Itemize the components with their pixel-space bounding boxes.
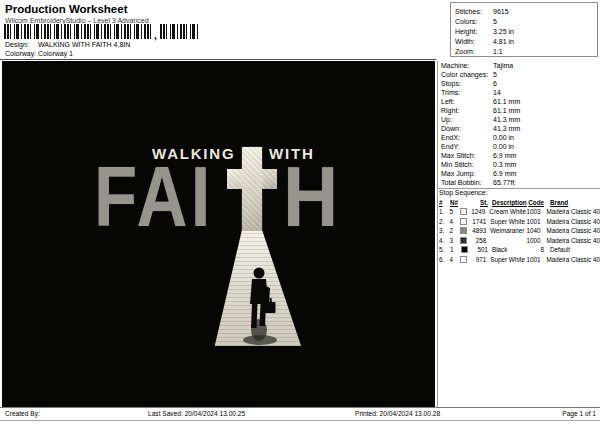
machine-info-row: Color changes: 5 [441,70,599,79]
page-title: Production Worksheet [5,3,127,15]
header-separator [0,59,436,60]
machine-info-label: Min Stitch: [441,161,493,168]
row-code: 1001 [525,256,540,263]
row-brand: Madeira Classic 40 [543,218,600,225]
stats-value: 1:1 [493,48,503,55]
production-worksheet-page: Production Worksheet Wilcom EmbroiderySt… [0,0,600,424]
machine-info-row: Total Bobbin: 65.77ft [441,178,599,187]
row-needle: 4 [450,256,461,263]
machine-info-row: Down: 41.3 mm [441,124,599,133]
machine-info-label: Up: [441,116,493,123]
machine-info-label: Machine: [441,62,493,69]
machine-info-label: Color changes: [441,71,493,78]
boy-silhouette-icon [239,266,281,348]
stats-row: Zoom: 1:1 [455,46,597,56]
machine-info-label: Trims: [441,89,493,96]
col-header-num: # [439,199,450,206]
colorway-value: Colorway 1 [38,50,73,57]
thread-swatch-cell [460,256,470,263]
design-barcode: , [4,24,198,39]
machine-info-label: Max Jump: [441,170,493,177]
design-preview-canvas: WALKING WITH FAI H [2,61,435,407]
machine-info-value: 5 [493,71,497,78]
row-num: 1. [439,208,449,215]
page-number: Page 1 of 1 [520,410,596,417]
machine-info-label: Max Stitch: [441,152,493,159]
row-brand: Madeira Classic 40 [543,237,600,244]
thread-swatch-cell [460,218,470,225]
row-brand: Madeira Classic 40 [543,256,600,263]
cross-icon [242,147,262,233]
thread-color-swatch [460,237,467,244]
row-needle: 1 [450,246,461,253]
row-needle: 5 [449,208,459,215]
faith-letters-fai: FAI [94,153,214,239]
machine-info-value: 6 [493,80,497,87]
machine-info-label: Down: [441,125,493,132]
stats-label: Stitches: [455,8,493,15]
stop-sequence-row: 1. 5 1249 Cream White 1003 Madeira Class… [439,207,600,217]
machine-info-value: 0.00 in [493,143,514,150]
machine-info-value: 6.9 mm [493,152,516,159]
row-description: Super White [490,218,525,225]
row-brand: Madeira Classic 40 [543,208,600,215]
row-brand: Default [547,246,600,253]
thread-swatch-cell [460,227,470,234]
thread-color-swatch [460,227,467,234]
row-stitches: 1741 [470,218,486,225]
row-code: 1000 [525,237,540,244]
colorway-label: Colorway: [5,50,38,57]
col-header-code: Code [528,199,544,206]
printed-text: Printed: 20/04/2024 13.00.28 [355,410,440,417]
barcode-segment-1 [4,24,151,39]
row-code: 1001 [525,218,540,225]
col-header-needle: N# [450,199,461,206]
stats-label: Colors: [455,18,493,25]
row-brand: Madeira Classic 40 [543,227,600,234]
machine-info-label: EndY: [441,143,493,150]
machine-info-value: 61.1 mm [493,107,520,114]
row-needle: 2 [450,227,461,234]
machine-info-value: Tajima [493,62,513,69]
machine-info-value: 0.00 in [493,134,514,141]
machine-info-list: Machine: Tajima Color changes: 5 Stops: … [441,62,599,187]
stop-sequence-table: Stop Sequence: # N# St. Description Code… [439,189,600,264]
machine-info-label: Right: [441,107,493,114]
col-header-description: Description [492,199,528,206]
stop-sequence-row: 6. 4 971 Super White 1001 Madeira Classi… [439,255,600,265]
row-stitches: 1249 [469,208,485,215]
col-header-brand: Brand [547,199,600,206]
stats-value: 3.25 in [493,28,514,35]
barcode-comma: , [154,33,157,39]
design-value: WALKING WITH FAITH 4,8IN [38,41,130,48]
row-code: 8 [528,246,544,253]
stats-label: Zoom: [455,48,493,55]
stats-row: Height: 3.25 in [455,26,597,36]
row-needle: 4 [450,218,461,225]
design-name-row: Design:WALKING WITH FAITH 4,8IN [5,41,130,48]
machine-info-value: 61.1 mm [493,98,520,105]
stop-sequence-row: 5. 1 501 Black 8 Default [439,245,600,255]
stats-row: Colors: 5 [455,16,597,26]
machine-info-row: EndY: 0.00 in [441,142,599,151]
row-description: Weimaraner [490,227,525,234]
stop-sequence-header: # N# St. Description Code Brand [439,198,600,207]
thread-color-swatch [460,218,467,225]
col-header-stitches: St. [461,199,488,206]
machine-info-row: Trims: 14 [441,88,599,97]
stats-value: 4.81 in [493,38,514,45]
row-num: 3. [439,227,450,234]
machine-info-label: EndX: [441,134,493,141]
machine-info-value: 0.3 mm [493,161,516,168]
design-stats-box: Stitches: 9615 Colors: 5 Height: 3.25 in… [450,2,598,57]
row-num: 4. [439,237,450,244]
colorway-row: Colorway:Colorway 1 [5,50,73,57]
row-code: 1040 [525,227,540,234]
machine-info-row: Stops: 6 [441,79,599,88]
thread-color-swatch [461,246,468,253]
stats-label: Height: [455,28,493,35]
stats-value: 9615 [493,8,509,15]
machine-info-row: Max Jump: 6.9 mm [441,169,599,178]
machine-info-row: EndX: 0.00 in [441,133,599,142]
thread-color-swatch [460,208,467,215]
